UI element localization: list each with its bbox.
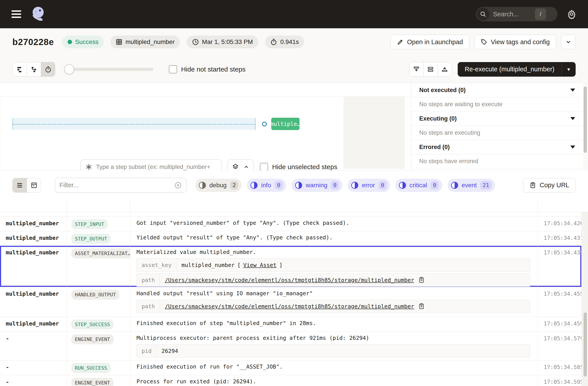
hamburger-menu-icon[interactable] <box>11 10 21 18</box>
step-status-section-header[interactable]: Not executed (0) <box>411 83 583 97</box>
metadata-label: path <box>137 274 160 286</box>
log-table-row[interactable]: - RUN_SUCCESS Finished execution of run … <box>0 360 581 375</box>
copy-url-button[interactable]: Copy URL <box>523 178 576 193</box>
log-structured-view-button[interactable] <box>27 178 41 192</box>
metadata-entry: asset_keymultipled_number[View Asset] <box>137 258 530 272</box>
log-level-toggle[interactable]: warning 0 <box>292 179 343 192</box>
log-op-cell: multipled_number <box>0 217 67 231</box>
event-type-badge: RUN_SUCCESS <box>71 363 111 373</box>
log-level-toggle[interactable]: info 0 <box>247 179 286 192</box>
log-level-filters: debug 2 info 0 warning 0 error <box>195 179 495 192</box>
view-mode-flat-button[interactable] <box>13 62 27 76</box>
clock-icon <box>192 39 199 45</box>
log-filter-box[interactable] <box>55 178 187 193</box>
log-level-count-badge: 0 <box>431 181 439 189</box>
log-timestamp-cell: 17:05:34.579 <box>538 332 581 360</box>
global-search[interactable]: / <box>476 7 558 21</box>
metadata-value-text: multipled_number <box>181 262 234 268</box>
log-metadata: pid26294 <box>137 344 531 358</box>
log-event-type-cell: RUN_SUCCESS <box>67 360 130 375</box>
log-filter-input[interactable] <box>60 182 166 189</box>
reexecute-dropdown-caret[interactable]: ▾ <box>562 62 576 77</box>
log-level-toggle[interactable]: event 21 <box>447 179 495 192</box>
log-level-toggle[interactable]: error 0 <box>348 179 390 192</box>
log-info-cell: Got input "versioned_number" of type "An… <box>130 217 538 231</box>
section-caret-icon <box>570 145 575 149</box>
hide-unselected-checkbox-input[interactable] <box>260 163 268 171</box>
hide-not-started-checkbox[interactable]: Hide not started steps <box>169 65 246 74</box>
event-type-badge: ENGINE_EVENT <box>71 378 114 386</box>
log-table-row[interactable]: - ENGINE_EVENT Multiprocess executor: pa… <box>0 332 581 360</box>
view-mode-waterfall-button[interactable] <box>27 62 41 76</box>
log-table-row[interactable]: multipled_number HANDLED_OUTPUT Handled … <box>0 287 581 317</box>
expand-bottom-button[interactable] <box>438 62 452 76</box>
log-metadata: asset_keymultipled_number[View Asset]pat… <box>137 258 531 287</box>
split-panels-button[interactable] <box>423 62 438 76</box>
log-info-text: Multiprocess executor: parent process ex… <box>137 335 531 341</box>
step-status-section: Executing (0) No steps are executing <box>411 112 583 140</box>
search-input[interactable] <box>493 11 535 18</box>
reexecute-button[interactable]: Re-execute (multipled_number) ▾ <box>458 62 576 77</box>
log-table-row[interactable]: - ENGINE_EVENT Process for run exited (p… <box>0 375 581 386</box>
top-nav: / <box>0 0 588 28</box>
log-level-count-badge: 2 <box>230 181 238 189</box>
view-mode-timed-button[interactable] <box>41 62 55 76</box>
log-op-cell: multipled_number <box>0 231 67 245</box>
step-status-section-header[interactable]: Errored (0) <box>411 140 583 154</box>
step-status-section-header[interactable]: Executing (0) <box>411 112 583 126</box>
clear-filter-icon[interactable] <box>174 182 182 189</box>
log-timestamp-cell: 17:05:34.431 <box>538 231 581 245</box>
gantt-step-box[interactable]: multiple… <box>271 118 299 130</box>
log-table-row[interactable]: multipled_number STEP_INPUT Got input "v… <box>0 217 581 231</box>
metadata-value: /Users/smackesey/stm/code/elementl/oss/t… <box>160 274 430 286</box>
run-actions-chevron-button[interactable] <box>561 35 576 49</box>
toggle-knob-icon <box>351 182 358 189</box>
collapse-bottom-button[interactable] <box>409 62 423 76</box>
log-column-header <box>0 200 67 212</box>
log-scrollbar-thumb[interactable] <box>584 312 587 377</box>
metadata-link[interactable]: /Users/smackesey/stm/code/elementl/oss/t… <box>165 303 414 310</box>
metadata-entry: path/Users/smackesey/stm/code/elementl/o… <box>137 300 530 313</box>
metadata-label: asset_key <box>137 259 176 271</box>
start-time-chip: Mar 1, 5:05:33 PM <box>187 36 258 48</box>
log-table-row[interactable]: multipled_number STEP_OUTPUT Yielded out… <box>0 231 581 246</box>
log-table-row[interactable]: multipled_number ASSET_MATERIALIZAT… Mat… <box>0 246 581 287</box>
hide-not-started-checkbox-input[interactable] <box>169 65 177 74</box>
hide-unselected-checkbox[interactable]: Hide unselected steps <box>260 163 337 171</box>
chevron-up-icon <box>243 164 249 170</box>
upper-scrollbar-thumb[interactable] <box>584 87 587 153</box>
event-type-badge: STEP_INPUT <box>71 219 107 229</box>
section-caret-icon <box>570 89 575 92</box>
log-column-header <box>130 200 538 212</box>
log-level-count-badge: 0 <box>331 181 339 189</box>
log-level-toggle[interactable]: debug 2 <box>195 179 242 192</box>
panel-layout-group <box>409 62 452 77</box>
log-table-row[interactable]: multipled_number STEP_SUCCESS Finished e… <box>0 317 581 332</box>
view-tags-config-button[interactable]: View tags and config <box>474 35 556 49</box>
event-type-badge: STEP_OUTPUT <box>71 234 111 244</box>
metadata-link[interactable]: View Asset <box>243 262 276 268</box>
copy-path-icon[interactable] <box>418 303 425 310</box>
log-info-cell: Finished execution of step "multipled_nu… <box>130 317 538 331</box>
log-event-type-cell: ENGINE_EVENT <box>67 332 130 360</box>
copy-path-icon[interactable] <box>418 277 425 283</box>
metadata-link[interactable]: /Users/smackesey/stm/code/elementl/oss/t… <box>165 277 414 283</box>
metadata-label: pid <box>137 345 157 357</box>
toggle-knob-icon <box>199 182 206 189</box>
gantt-control-bar: Hide not started steps <box>0 56 588 83</box>
run-status-badge[interactable]: Success <box>62 36 104 48</box>
log-list-view-button[interactable] <box>13 178 27 192</box>
dagster-logo[interactable] <box>30 5 48 23</box>
open-in-launchpad-button[interactable]: Open in Launchpad <box>391 35 469 49</box>
step-subset-input[interactable] <box>96 164 215 170</box>
zoom-slider[interactable] <box>65 68 153 71</box>
settings-gear-icon[interactable] <box>567 9 577 19</box>
job-name-chip[interactable]: multipled_number <box>110 36 180 48</box>
step-status-section-body: No steps are waiting to execute <box>411 97 583 112</box>
log-level-toggle[interactable]: critical 0 <box>395 179 442 192</box>
zoom-slider-handle[interactable] <box>64 64 74 74</box>
log-column-header <box>67 200 130 212</box>
step-status-section: Not executed (0) No steps are waiting to… <box>411 83 583 112</box>
log-op-cell: multipled_number <box>0 287 67 317</box>
log-event-type-cell: HANDLED_OUTPUT <box>67 287 130 317</box>
